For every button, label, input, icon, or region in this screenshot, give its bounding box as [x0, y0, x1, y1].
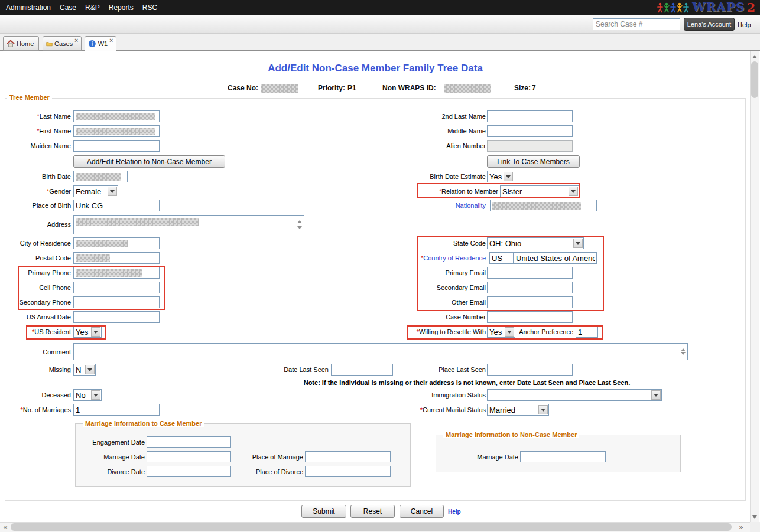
submit-button[interactable]: Submit: [301, 505, 346, 518]
maiden-name-label: Maiden Name: [31, 142, 71, 149]
vertical-scrollbar-track[interactable]: [750, 51, 759, 522]
anchor-preference-input[interactable]: [576, 326, 598, 338]
marriage-case-legend: Marriage Information to Case Member: [83, 420, 204, 427]
place-of-birth-input[interactable]: [73, 200, 160, 211]
nc-marriage-date-input[interactable]: [520, 451, 606, 462]
wraps-logo: WRAPS 2: [657, 0, 755, 15]
home-icon: [7, 40, 15, 47]
close-tab-icon[interactable]: ×: [109, 38, 113, 44]
account-button[interactable]: Lena's Account: [684, 18, 735, 31]
maiden-name-input[interactable]: [73, 140, 160, 152]
menu-reports[interactable]: Reports: [109, 4, 134, 12]
tab-home[interactable]: Home: [3, 36, 39, 51]
last-name-input[interactable]: [73, 110, 160, 122]
engagement-date-label: Engagement Date: [92, 439, 145, 446]
country-code-input[interactable]: [489, 252, 514, 264]
postal-code-input[interactable]: [73, 252, 160, 264]
non-wraps-id-label: Non WRAPS ID:: [382, 84, 436, 92]
postal-code-label: Postal Code: [35, 254, 71, 262]
date-last-seen-input[interactable]: [331, 364, 393, 376]
place-last-seen-label: Place Last Seen: [439, 366, 486, 373]
primary-email-input[interactable]: [487, 267, 573, 279]
secondary-phone-input[interactable]: [73, 296, 160, 308]
cell-phone-label: Cell Phone: [39, 284, 71, 291]
state-code-select[interactable]: OH: Ohio: [487, 237, 584, 249]
date-last-seen-label: Date Last Seen: [284, 366, 329, 373]
primary-phone-input[interactable]: [73, 267, 160, 279]
textarea-scroll-up-icon[interactable]: [297, 218, 302, 223]
deceased-select[interactable]: No: [73, 389, 102, 401]
secondary-email-input[interactable]: [487, 282, 573, 293]
nationality-link-label[interactable]: Nationality: [456, 202, 486, 209]
us-resident-select[interactable]: Yes: [73, 326, 102, 338]
folder-icon: [46, 40, 53, 47]
search-case-input[interactable]: [593, 18, 680, 30]
current-marital-status-label: *Current Marital Status: [420, 406, 486, 413]
marriage-date-input[interactable]: [147, 451, 231, 462]
address-label: Address: [47, 221, 71, 228]
address-textarea[interactable]: [73, 215, 304, 234]
nationality-input[interactable]: [490, 200, 597, 211]
textarea-scroll-up-icon[interactable]: [681, 346, 686, 351]
link-to-case-members-button[interactable]: Link To Case Members: [487, 155, 580, 168]
no-of-marriages-input[interactable]: [73, 404, 160, 416]
relation-to-member-select[interactable]: Sister: [500, 185, 579, 197]
textarea-scroll-down-icon[interactable]: [297, 226, 302, 231]
comment-label: Comment: [43, 348, 71, 355]
us-arrival-date-input[interactable]: [73, 311, 160, 323]
birth-date-estimate-select[interactable]: Yes: [487, 171, 514, 182]
first-name-label: *First Name: [37, 128, 71, 135]
second-last-name-input[interactable]: [487, 110, 573, 122]
case-no-label: Case No:: [228, 84, 258, 92]
tab-cases[interactable]: Cases ×: [43, 36, 82, 51]
current-marital-status-select[interactable]: Married: [487, 404, 549, 416]
menu-administration[interactable]: Administration: [6, 4, 51, 12]
horizontal-scrollbar-thumb[interactable]: [11, 523, 732, 531]
help-top-link[interactable]: Help: [738, 21, 751, 28]
scroll-left-icon[interactable]: «: [1, 522, 10, 532]
scroll-down-icon[interactable]: [750, 513, 759, 522]
vertical-scrollbar-thumb[interactable]: [751, 61, 758, 98]
comment-textarea[interactable]: [73, 343, 688, 360]
scrollbar-corner: [750, 522, 760, 532]
close-tab-icon[interactable]: ×: [74, 38, 78, 44]
place-of-birth-label: Place of Birth: [33, 202, 71, 209]
anchor-preference-label: Anchor Preference: [519, 328, 573, 335]
page-title: Add/Edit Non-Case Member Family Tree Dat…: [0, 63, 751, 74]
city-of-residence-input[interactable]: [73, 237, 160, 249]
redacted-value: [492, 202, 581, 210]
gender-select[interactable]: Female: [73, 185, 118, 197]
immigration-status-select[interactable]: [487, 389, 662, 401]
textarea-scroll-down-icon[interactable]: [681, 352, 686, 357]
willing-to-resettle-select[interactable]: Yes: [487, 326, 515, 338]
scroll-right-icon[interactable]: »: [736, 522, 746, 532]
country-of-residence-link-label[interactable]: *Country of Residence: [421, 254, 486, 262]
alien-number-input: [487, 140, 573, 152]
add-edit-relation-button[interactable]: Add/Edit Relation to Non-Case Member: [73, 155, 225, 168]
scroll-up-icon[interactable]: [750, 51, 759, 61]
help-bottom-link[interactable]: Help: [448, 508, 461, 515]
divorce-date-input[interactable]: [147, 466, 231, 477]
cell-phone-input[interactable]: [73, 282, 160, 293]
menu-rp[interactable]: R&P: [85, 4, 100, 12]
place-of-marriage-input[interactable]: [305, 451, 391, 462]
other-email-input[interactable]: [487, 296, 573, 308]
birth-date-input[interactable]: [73, 171, 128, 182]
middle-name-input[interactable]: [487, 125, 573, 137]
missing-select[interactable]: N: [73, 364, 96, 376]
menu-rsc[interactable]: RSC: [142, 4, 157, 12]
cancel-button[interactable]: Cancel: [400, 505, 444, 518]
dropdown-arrow-icon: [569, 187, 578, 196]
second-last-name-label: 2nd Last Name: [441, 113, 486, 120]
case-number-input[interactable]: [487, 311, 573, 323]
place-of-divorce-input[interactable]: [305, 466, 391, 477]
relation-to-member-label: *Relation to Member: [439, 188, 498, 195]
first-name-input[interactable]: [73, 125, 160, 137]
country-name-input[interactable]: [514, 252, 597, 264]
menu-case[interactable]: Case: [60, 4, 76, 12]
place-last-seen-input[interactable]: [487, 364, 573, 376]
reset-button[interactable]: Reset: [350, 505, 395, 518]
non-wraps-id-redacted-value: [444, 84, 491, 93]
tab-w1[interactable]: W1 ×: [85, 36, 116, 51]
engagement-date-input[interactable]: [147, 436, 231, 448]
